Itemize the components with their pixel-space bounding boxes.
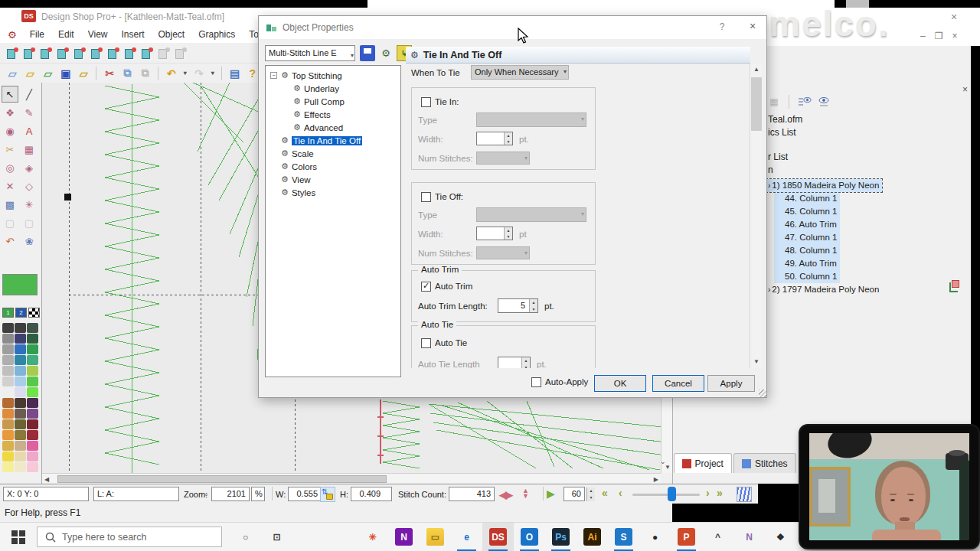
toolbar-align-space-evenly-h[interactable] xyxy=(106,46,120,60)
menu-object[interactable]: Object xyxy=(152,29,192,40)
project-tree-node-file-node[interactable]: Teal.ofm xyxy=(768,113,802,126)
color-list-item[interactable]: ›2) 1797 Madeira Poly Neon xyxy=(766,283,882,296)
auto-tie-checkbox[interactable] xyxy=(421,338,431,348)
tool-line[interactable]: ╱ xyxy=(21,86,38,103)
taskbar-icon-taskview[interactable]: ⊡ xyxy=(261,523,292,551)
palette-swatch[interactable] xyxy=(27,334,38,344)
palette-swatch[interactable] xyxy=(2,452,14,461)
color-list-item[interactable]: ›1) 1850 Madeira Poly Neon xyxy=(766,179,882,192)
toolbar-export[interactable]: ▱ xyxy=(40,65,55,81)
palette-swatch[interactable] xyxy=(15,355,26,365)
tree-item-pull-comp[interactable]: Pull Comp xyxy=(266,95,400,108)
taskbar-icon-dropbox[interactable]: ❖ xyxy=(765,523,796,551)
palette-swatch[interactable] xyxy=(2,334,14,344)
tool-rotate[interactable]: ↶ xyxy=(2,233,18,249)
project-tree-node-design-node[interactable]: n xyxy=(768,164,802,177)
tool-lettering[interactable]: A xyxy=(21,122,38,139)
palette-swatch[interactable] xyxy=(27,355,38,365)
palette-swatch[interactable] xyxy=(2,419,14,429)
speed-spinner[interactable] xyxy=(586,487,595,501)
tree-item-underlay[interactable]: Underlay xyxy=(266,82,400,95)
toolbar-align-sep[interactable] xyxy=(139,46,154,60)
scroll-down-icon[interactable]: ▼ xyxy=(750,356,763,368)
color-list-item[interactable]: ›48. Column 1 xyxy=(774,244,840,257)
height-input[interactable]: 0.409 xyxy=(351,487,392,501)
toolbar-redo[interactable]: ↷ xyxy=(191,65,207,81)
toolbar-align-align-bottom[interactable] xyxy=(55,46,70,60)
toolbar-align-center-horizontal[interactable] xyxy=(72,46,87,60)
color-list-item[interactable]: ›46. Auto Trim xyxy=(774,218,840,231)
palette-swatch[interactable] xyxy=(27,344,38,354)
project-tree-node-color-list-node[interactable]: r List xyxy=(768,151,802,164)
tree-item-advanced[interactable]: Advanced xyxy=(266,121,400,134)
palette-swatch[interactable] xyxy=(2,398,14,408)
toolbar-merge[interactable]: ▱ xyxy=(76,65,91,81)
tool-trim[interactable]: ✂ xyxy=(2,141,18,158)
toolbar-print[interactable]: ▤ xyxy=(227,65,243,81)
palette-swatch[interactable] xyxy=(2,387,14,397)
palette-swatch[interactable] xyxy=(27,377,38,386)
needle-swatch-needle-2[interactable]: 2 xyxy=(15,308,27,318)
tool-circle[interactable]: ◎ xyxy=(2,159,18,176)
toolbar-sep[interactable] xyxy=(158,67,159,80)
taskbar-icon-powerpoint[interactable]: P xyxy=(671,523,702,551)
palette-swatch[interactable] xyxy=(27,366,38,376)
stitch-slider-track[interactable] xyxy=(632,494,700,496)
toolbar-align-group[interactable] xyxy=(156,46,171,60)
menu-view[interactable]: View xyxy=(81,29,115,40)
taskbar-icon-color-app[interactable]: ✳ xyxy=(357,523,388,551)
tree-item-tie-in-tie-off[interactable]: Tie In And Tie Off xyxy=(266,134,400,147)
palette-swatch[interactable] xyxy=(27,387,38,397)
hscroll-thumb[interactable] xyxy=(57,475,387,483)
step-forward-icon[interactable]: › xyxy=(706,487,710,499)
taskbar-icon-tray-caret[interactable]: ^ xyxy=(702,523,733,551)
palette-swatch[interactable] xyxy=(2,323,14,333)
menu-file[interactable]: File xyxy=(23,29,51,40)
palette-swatch[interactable] xyxy=(15,334,26,344)
tool-complex-fill[interactable]: ◈ xyxy=(21,159,38,176)
step-left-right-icon[interactable]: ◀▶ xyxy=(499,489,511,500)
toolbar-copy[interactable]: ⧉ xyxy=(119,65,135,81)
toolbar-redo-more[interactable]: ▾ xyxy=(209,65,217,81)
horizontal-scrollbar[interactable]: ◀ ▶ xyxy=(42,473,661,484)
palette-swatch[interactable] xyxy=(2,462,14,472)
toolbar-align-align-top[interactable] xyxy=(38,46,53,60)
taskbar-icon-explorer[interactable]: ▭ xyxy=(420,523,451,551)
tie-off-width-input[interactable] xyxy=(476,227,513,240)
menu-insert[interactable]: Insert xyxy=(114,29,151,40)
taskbar-icon-onenote[interactable]: N xyxy=(388,523,420,551)
needle-swatch-needle-1[interactable]: 1 xyxy=(2,308,14,318)
palette-swatch[interactable] xyxy=(15,419,26,429)
palette-swatch[interactable] xyxy=(15,462,26,472)
settings-gear-icon[interactable] xyxy=(8,29,17,41)
gear-icon[interactable] xyxy=(378,45,394,61)
dialog-close-icon[interactable]: × xyxy=(746,20,760,32)
project-tree-node-graphics-list-node[interactable]: ics List xyxy=(768,126,802,139)
tool-select[interactable]: ↖ xyxy=(2,86,18,103)
palette-swatch[interactable] xyxy=(15,409,26,419)
close-icon[interactable]: × xyxy=(952,31,957,41)
palette-swatch[interactable] xyxy=(27,441,38,451)
toolbar-undo-more[interactable]: ▾ xyxy=(181,65,189,81)
toolbar-align-center-vertical[interactable] xyxy=(89,46,103,60)
taskbar-search[interactable]: Type here to search xyxy=(37,527,222,547)
needle-swatch-transparent[interactable] xyxy=(28,308,40,318)
tool-rect-tool-2[interactable]: ▢ xyxy=(21,214,38,231)
tree-item-view[interactable]: View xyxy=(266,173,400,186)
palette-swatch[interactable] xyxy=(27,430,38,440)
tool-transform[interactable]: ▩ xyxy=(2,196,18,213)
tool-sequin[interactable]: ❖ xyxy=(2,104,18,121)
step-up-down-icon[interactable]: ▲▼ xyxy=(522,488,528,499)
toolbar-undo[interactable]: ↶ xyxy=(164,65,179,81)
palette-swatch[interactable] xyxy=(27,323,38,333)
resize-grip[interactable] xyxy=(759,390,766,397)
preset-dropdown[interactable]: Multi-Stitch Line E xyxy=(265,45,355,61)
taskbar-icon-cortana[interactable]: ○ xyxy=(230,523,261,551)
taskbar-icon-snagit[interactable]: S xyxy=(608,523,639,551)
toolbar-align-align-left[interactable] xyxy=(5,46,19,60)
dialog-help-button[interactable]: ? xyxy=(715,21,729,32)
tool-digitize[interactable]: ✎ xyxy=(21,104,38,121)
toolbar-cut[interactable]: ✂ xyxy=(102,65,117,81)
palette-swatch[interactable] xyxy=(2,377,14,386)
tie-off-num-dropdown[interactable] xyxy=(476,246,530,259)
